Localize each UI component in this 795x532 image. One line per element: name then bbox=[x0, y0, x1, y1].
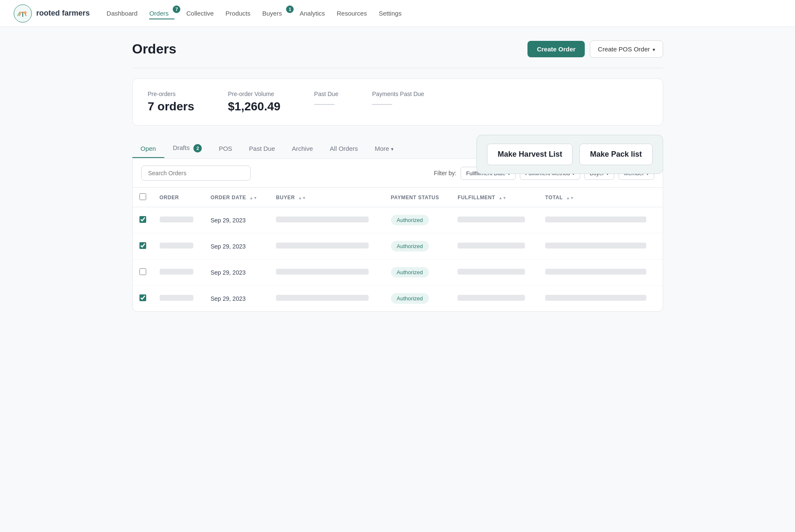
tab-pos[interactable]: POS bbox=[210, 140, 241, 158]
table-row: Sep 29, 2023 Authorized bbox=[133, 233, 663, 259]
row-checkbox-cell bbox=[133, 259, 153, 286]
row-date-cell: Sep 29, 2023 bbox=[204, 233, 269, 259]
nav-link-settings[interactable]: Settings bbox=[379, 10, 402, 19]
search-input[interactable] bbox=[141, 166, 251, 181]
row-total-cell bbox=[538, 233, 662, 259]
total-sort-icon: ▲▼ bbox=[566, 196, 574, 200]
table-row: Sep 29, 2023 Authorized bbox=[133, 259, 663, 286]
col-buyer[interactable]: BUYER ▲▼ bbox=[269, 188, 384, 207]
row-total-cell bbox=[538, 207, 662, 233]
row-checkbox-row-3[interactable] bbox=[139, 268, 146, 275]
row-total-cell bbox=[538, 259, 662, 286]
more-chevron-icon bbox=[391, 145, 393, 152]
stat-preorders-label: Pre-orders bbox=[148, 91, 195, 97]
col-order: ORDER bbox=[153, 188, 204, 207]
col-total[interactable]: TOTAL ▲▼ bbox=[538, 188, 662, 207]
stat-past-due: Past Due bbox=[314, 91, 339, 113]
row-date-cell: Sep 29, 2023 bbox=[204, 286, 269, 312]
stat-past-due-dash bbox=[314, 104, 335, 105]
stat-past-due-label: Past Due bbox=[314, 91, 339, 97]
order-skeleton bbox=[160, 217, 193, 222]
row-date-cell: Sep 29, 2023 bbox=[204, 207, 269, 233]
tab-all-orders[interactable]: All Orders bbox=[321, 140, 367, 158]
row-checkbox-row-4[interactable] bbox=[139, 294, 146, 301]
row-buyer-cell bbox=[269, 259, 384, 286]
stat-volume-value: $1,260.49 bbox=[228, 100, 281, 113]
col-payment-status: PAYMENT STATUS bbox=[384, 188, 451, 207]
orders-table: ORDER ORDER DATE ▲▼ BUYER ▲▼ PAYMENT STA… bbox=[133, 188, 663, 311]
row-buyer-cell bbox=[269, 207, 384, 233]
page-title: Orders bbox=[132, 41, 177, 57]
create-order-button[interactable]: Create Order bbox=[527, 41, 585, 57]
order-skeleton bbox=[160, 269, 193, 275]
page-header: Orders Create Order Create POS Order bbox=[132, 40, 663, 58]
row-checkbox-cell bbox=[133, 233, 153, 259]
row-order-cell bbox=[153, 207, 204, 233]
nav-link-resources[interactable]: Resources bbox=[337, 10, 367, 19]
page-divider bbox=[132, 68, 663, 68]
buyer-skeleton bbox=[276, 243, 369, 249]
fulfillment-skeleton bbox=[458, 295, 525, 301]
tab-drafts[interactable]: Drafts 2 bbox=[164, 139, 210, 158]
nav-link-dashboard[interactable]: Dashboard bbox=[107, 10, 137, 19]
logo-icon bbox=[13, 4, 32, 23]
row-checkbox-row-1[interactable] bbox=[139, 216, 146, 223]
nav-link-collective[interactable]: Collective bbox=[186, 10, 214, 19]
tab-more[interactable]: More bbox=[367, 140, 402, 158]
row-payment-cell: Authorized bbox=[384, 259, 451, 286]
payment-status-badge: Authorized bbox=[391, 215, 429, 225]
order-date-sort-icon: ▲▼ bbox=[249, 196, 257, 200]
make-pack-list-button[interactable]: Make Pack list bbox=[579, 144, 652, 165]
row-buyer-cell bbox=[269, 286, 384, 312]
table-row: Sep 29, 2023 Authorized bbox=[133, 207, 663, 233]
col-order-date[interactable]: ORDER DATE ▲▼ bbox=[204, 188, 269, 207]
nav-link-products[interactable]: Products bbox=[225, 10, 250, 19]
table-header-row: ORDER ORDER DATE ▲▼ BUYER ▲▼ PAYMENT STA… bbox=[133, 188, 663, 207]
nav-link-orders[interactable]: Orders7 bbox=[149, 10, 174, 19]
stat-volume-label: Pre-order Volume bbox=[228, 91, 281, 97]
brand-name: rooted farmers bbox=[36, 9, 90, 18]
fulfillment-skeleton bbox=[458, 243, 525, 249]
row-fulfillment-cell bbox=[451, 233, 538, 259]
brand-logo[interactable]: rooted farmers bbox=[13, 4, 90, 23]
order-skeleton bbox=[160, 295, 193, 301]
payment-status-badge: Authorized bbox=[391, 241, 429, 251]
buyer-sort-icon: ▲▼ bbox=[298, 196, 306, 200]
select-all-checkbox[interactable] bbox=[139, 193, 146, 200]
create-pos-order-button[interactable]: Create POS Order bbox=[590, 40, 663, 58]
row-payment-cell: Authorized bbox=[384, 207, 451, 233]
stat-payments-past-due: Payments Past Due bbox=[372, 91, 424, 113]
stat-preorder-volume: Pre-order Volume $1,260.49 bbox=[228, 91, 281, 113]
col-fulfillment[interactable]: FULFILLMENT ▲▼ bbox=[451, 188, 538, 207]
row-fulfillment-cell bbox=[451, 207, 538, 233]
row-fulfillment-cell bbox=[451, 259, 538, 286]
nav-link-buyers[interactable]: Buyers1 bbox=[262, 10, 288, 19]
page-header-actions: Create Order Create POS Order bbox=[527, 40, 663, 58]
stat-preorders-value: 7 orders bbox=[148, 100, 195, 113]
order-skeleton bbox=[160, 243, 193, 249]
stat-payments-past-due-dash bbox=[372, 104, 392, 105]
payment-status-badge: Authorized bbox=[391, 293, 429, 304]
navbar: rooted farmers DashboardOrders7Collectiv… bbox=[0, 0, 795, 27]
make-harvest-list-button[interactable]: Make Harvest List bbox=[487, 144, 573, 165]
total-skeleton bbox=[545, 217, 646, 222]
row-date-cell: Sep 29, 2023 bbox=[204, 259, 269, 286]
total-skeleton bbox=[545, 243, 646, 249]
chevron-down-icon bbox=[653, 45, 655, 53]
row-order-cell bbox=[153, 286, 204, 312]
tab-past-due[interactable]: Past Due bbox=[241, 140, 284, 158]
tab-archive[interactable]: Archive bbox=[284, 140, 321, 158]
row-buyer-cell bbox=[269, 233, 384, 259]
stats-card: Pre-orders 7 orders Pre-order Volume $1,… bbox=[132, 78, 663, 126]
row-checkbox-cell bbox=[133, 286, 153, 312]
buyer-skeleton bbox=[276, 269, 369, 275]
drafts-badge: 2 bbox=[193, 144, 202, 152]
page-container: Orders Create Order Create POS Order Pre… bbox=[115, 27, 680, 325]
nav-link-analytics[interactable]: Analytics bbox=[300, 10, 325, 19]
row-checkbox-row-2[interactable] bbox=[139, 242, 146, 249]
nav-badge-buyers: 1 bbox=[286, 5, 294, 13]
row-total-cell bbox=[538, 286, 662, 312]
tab-open[interactable]: Open bbox=[132, 140, 165, 158]
row-checkbox-cell bbox=[133, 207, 153, 233]
payment-status-badge: Authorized bbox=[391, 267, 429, 278]
